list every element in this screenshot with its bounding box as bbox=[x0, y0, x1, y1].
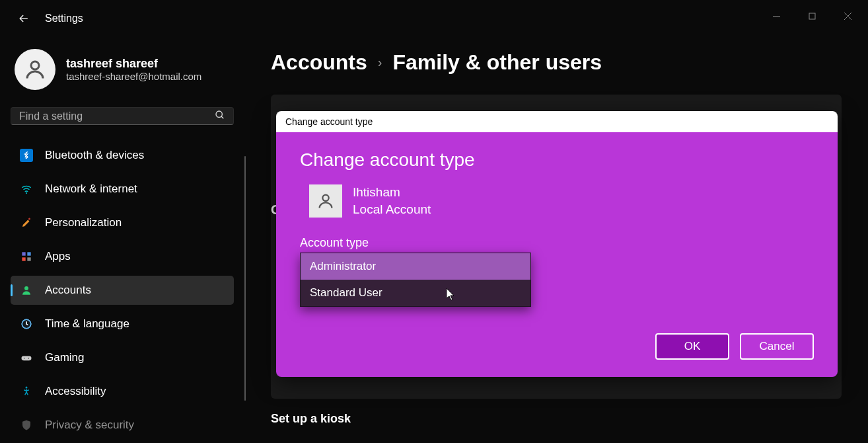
sidebar-item-label: Bluetooth & devices bbox=[45, 149, 144, 162]
brush-icon bbox=[20, 216, 33, 229]
app-header: Settings bbox=[0, 0, 868, 37]
sidebar-item-label: Time & language bbox=[45, 317, 129, 331]
accessibility-icon bbox=[20, 385, 33, 398]
dialog-heading: Change account type bbox=[300, 149, 814, 171]
svg-rect-0 bbox=[809, 13, 815, 19]
app-title: Settings bbox=[45, 13, 83, 24]
clock-icon bbox=[20, 317, 33, 331]
sidebar-item-apps[interactable]: Apps bbox=[11, 242, 234, 271]
sidebar-item-label: Accessibility bbox=[45, 385, 106, 398]
account-type-label: Account type bbox=[300, 236, 814, 250]
bluetooth-icon bbox=[20, 149, 33, 162]
profile-block[interactable]: tashreef shareef tashreef-shareef@hotmai… bbox=[11, 45, 234, 102]
svg-point-1 bbox=[31, 61, 39, 69]
dropdown-option-administrator[interactable]: Administrator bbox=[301, 253, 530, 280]
profile-email: tashreef-shareef@hotmail.com bbox=[66, 71, 201, 82]
sidebar-item-gaming[interactable]: Gaming bbox=[11, 343, 234, 372]
svg-rect-6 bbox=[27, 252, 30, 255]
minimize-button[interactable] bbox=[761, 5, 791, 26]
sidebar: tashreef shareef tashreef-shareef@hotmai… bbox=[0, 37, 244, 443]
back-button[interactable] bbox=[16, 11, 32, 26]
sidebar-item-time[interactable]: Time & language bbox=[11, 309, 234, 339]
svg-point-15 bbox=[28, 358, 30, 359]
breadcrumb: Accounts › Family & other users bbox=[271, 50, 842, 75]
dialog-user-info: Ihtisham Local Account bbox=[300, 184, 814, 218]
breadcrumb-parent[interactable]: Accounts bbox=[271, 50, 367, 75]
sidebar-item-label: Apps bbox=[45, 250, 71, 263]
sidebar-item-network[interactable]: Network & internet bbox=[11, 175, 234, 204]
svg-point-4 bbox=[28, 218, 30, 220]
svg-point-14 bbox=[24, 358, 25, 359]
dialog-user-name: Ihtisham bbox=[353, 184, 431, 201]
person-icon bbox=[20, 284, 33, 297]
dialog-user-type: Local Account bbox=[353, 201, 431, 218]
svg-point-2 bbox=[216, 111, 222, 117]
change-account-type-dialog: Change account type Change account type … bbox=[276, 111, 838, 377]
svg-point-3 bbox=[26, 192, 27, 194]
sidebar-item-accessibility[interactable]: Accessibility bbox=[11, 377, 234, 406]
svg-point-16 bbox=[26, 387, 28, 389]
profile-name: tashreef shareef bbox=[66, 57, 201, 71]
sidebar-item-accounts[interactable]: Accounts bbox=[11, 276, 234, 305]
scroll-indicator[interactable] bbox=[244, 156, 246, 401]
sidebar-item-personalization[interactable]: Personalization bbox=[11, 208, 234, 237]
shield-icon bbox=[20, 419, 33, 432]
search-box[interactable] bbox=[11, 107, 234, 125]
dialog-titlebar: Change account type bbox=[276, 111, 838, 132]
gamepad-icon bbox=[20, 351, 33, 364]
svg-rect-5 bbox=[22, 252, 25, 255]
maximize-button[interactable] bbox=[797, 5, 827, 26]
nav-list: Bluetooth & devices Network & internet P… bbox=[11, 141, 234, 443]
kiosk-section-label: Set up a kiosk bbox=[271, 412, 842, 426]
search-input[interactable] bbox=[19, 110, 215, 122]
avatar bbox=[15, 49, 55, 90]
sidebar-item-label: Gaming bbox=[45, 351, 85, 364]
svg-rect-7 bbox=[22, 257, 25, 261]
ok-button[interactable]: OK bbox=[655, 333, 729, 360]
close-button[interactable] bbox=[832, 5, 863, 26]
window-titlebar bbox=[756, 0, 868, 32]
cancel-button[interactable]: Cancel bbox=[740, 333, 814, 360]
search-icon bbox=[215, 110, 225, 123]
breadcrumb-current: Family & other users bbox=[392, 50, 602, 75]
dropdown-option-standard[interactable]: Standard User bbox=[301, 280, 530, 306]
sidebar-item-label: Network & internet bbox=[45, 182, 137, 196]
svg-point-9 bbox=[24, 286, 28, 290]
sidebar-item-label: Privacy & security bbox=[45, 419, 134, 432]
svg-rect-8 bbox=[27, 257, 30, 261]
svg-point-17 bbox=[322, 194, 328, 200]
sidebar-item-bluetooth[interactable]: Bluetooth & devices bbox=[11, 141, 234, 170]
sidebar-item-label: Personalization bbox=[45, 216, 122, 229]
account-type-dropdown[interactable]: Administrator Standard User bbox=[300, 253, 531, 307]
svg-rect-13 bbox=[22, 356, 32, 361]
apps-icon bbox=[20, 250, 33, 263]
wifi-icon bbox=[20, 182, 33, 196]
chevron-right-icon: › bbox=[378, 55, 382, 70]
sidebar-item-label: Accounts bbox=[45, 284, 91, 297]
sidebar-item-privacy[interactable]: Privacy & security bbox=[11, 411, 234, 440]
dialog-avatar bbox=[309, 184, 342, 218]
